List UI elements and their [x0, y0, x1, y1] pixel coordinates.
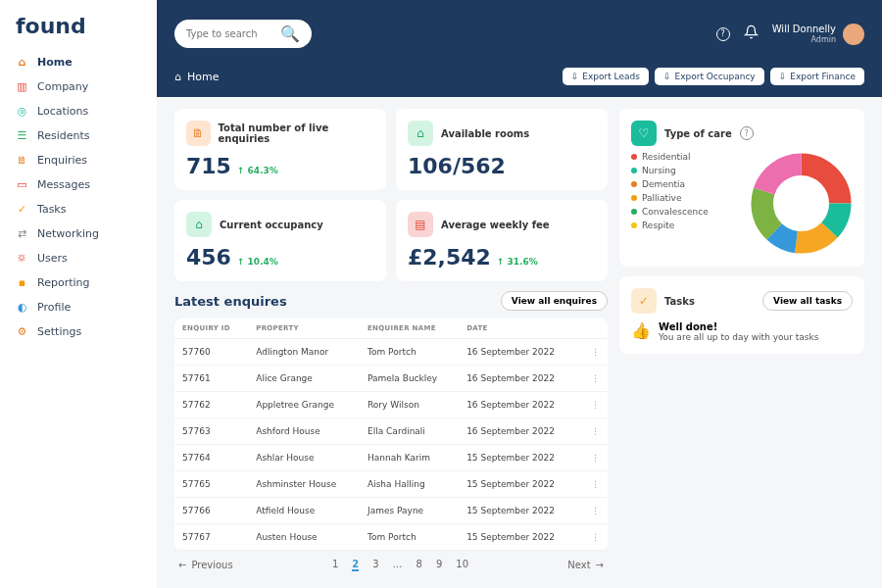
- table-row[interactable]: 57760Adlington ManorTom Portch16 Septemb…: [174, 339, 608, 366]
- thumbs-up-icon: 👍: [631, 321, 651, 340]
- table-cell: Pamela Buckley: [360, 366, 459, 392]
- row-menu-icon[interactable]: ⋮: [579, 498, 608, 524]
- metric-label: Total number of live enquiries: [219, 122, 374, 144]
- previous-button[interactable]: ← Previous: [178, 560, 233, 570]
- enquiries-table: ENQUIRY IDPROPERTYENQUIRER NAMEDATE 5776…: [174, 318, 608, 551]
- view-all-enquiries-button[interactable]: View all enquires: [501, 291, 608, 311]
- latest-enquiries-title: Latest enquires: [174, 294, 287, 309]
- table-cell: Alice Grange: [248, 366, 360, 392]
- page-number[interactable]: 10: [456, 559, 468, 571]
- table-cell: Austen House: [248, 524, 360, 551]
- table-row[interactable]: 57763Ashford HouseElla Cardinali16 Septe…: [174, 418, 608, 445]
- user-menu[interactable]: Will Donnelly Admin: [772, 24, 864, 45]
- heart-icon: ♡: [631, 121, 657, 146]
- table-row[interactable]: 57767Austen HouseTom Portch15 September …: [174, 524, 608, 551]
- search-box[interactable]: 🔍: [174, 20, 312, 48]
- page-number[interactable]: 1: [332, 559, 338, 571]
- info-icon[interactable]: ?: [740, 126, 754, 140]
- main: 🔍 ? Will Donnelly Admin ⌂ Home ⇩ Export …: [157, 0, 882, 588]
- sidebar-item-company[interactable]: ▥Company: [0, 74, 157, 99]
- view-all-tasks-button[interactable]: View all tasks: [762, 291, 853, 311]
- table-cell: 57764: [174, 445, 248, 471]
- export-button[interactable]: ⇩ Export Occupancy: [655, 68, 764, 85]
- page-number[interactable]: 9: [436, 559, 442, 571]
- sidebar-item-label: Settings: [37, 325, 81, 338]
- donut-segment: [762, 165, 841, 243]
- networking-icon: ⇄: [16, 227, 28, 240]
- legend-item: Nursing: [631, 166, 709, 175]
- tasks-icon: ✓: [16, 203, 28, 216]
- notifications-icon[interactable]: [744, 24, 759, 43]
- metric-delta: ↑ 64.3%: [237, 166, 278, 175]
- export-button[interactable]: ⇩ Export Finance: [770, 68, 864, 85]
- tasks-subtext: You are all up to day with your tasks: [659, 332, 818, 342]
- sidebar-item-residents[interactable]: ☰Residents: [0, 123, 157, 148]
- table-cell: 57760: [174, 339, 248, 366]
- row-menu-icon[interactable]: ⋮: [579, 418, 608, 445]
- sidebar-item-settings[interactable]: ⚙Settings: [0, 319, 157, 344]
- search-input[interactable]: [186, 28, 274, 39]
- search-icon: 🔍: [280, 24, 300, 43]
- sidebar-item-label: Locations: [37, 105, 88, 118]
- table-cell: 16 September 2022: [459, 339, 579, 366]
- legend-dot: [631, 168, 637, 173]
- locations-icon: ◎: [16, 105, 28, 118]
- row-menu-icon[interactable]: ⋮: [579, 445, 608, 471]
- row-menu-icon[interactable]: ⋮: [579, 392, 608, 418]
- page-number[interactable]: 8: [416, 559, 422, 571]
- tasks-title: Tasks: [664, 296, 695, 307]
- row-menu-icon[interactable]: ⋮: [579, 366, 608, 392]
- sidebar-item-messages[interactable]: ▭Messages: [0, 172, 157, 197]
- breadcrumb: ⌂ Home: [174, 71, 219, 83]
- next-button[interactable]: Next →: [567, 560, 604, 570]
- row-menu-icon[interactable]: ⋮: [579, 471, 608, 498]
- download-icon: ⇩: [663, 72, 671, 81]
- sidebar-item-users[interactable]: ⛭Users: [0, 246, 157, 270]
- legend-item: Residential: [631, 152, 709, 162]
- sidebar-item-locations[interactable]: ◎Locations: [0, 99, 157, 123]
- tasks-icon: ✓: [631, 288, 657, 314]
- table-row[interactable]: 57764Ashlar HouseHannah Karim15 Septembe…: [174, 445, 608, 471]
- download-icon: ⇩: [779, 72, 787, 81]
- legend-label: Residential: [642, 152, 691, 162]
- type-of-care-card: ♡ Type of care ? ResidentialNursingDemen…: [619, 109, 864, 267]
- sidebar-item-label: Company: [37, 80, 88, 93]
- logo: found: [0, 14, 157, 50]
- export-button[interactable]: ⇩ Export Leads: [563, 68, 649, 85]
- table-row[interactable]: 57765Ashminster HouseAisha Halling15 Sep…: [174, 471, 608, 498]
- table-cell: Ella Cardinali: [360, 418, 459, 445]
- page-number[interactable]: 3: [372, 559, 378, 571]
- table-row[interactable]: 57761Alice GrangePamela Buckley16 Septem…: [174, 366, 608, 392]
- metric-value: 715: [186, 154, 231, 178]
- residents-icon: ☰: [16, 129, 28, 142]
- row-menu-icon[interactable]: ⋮: [579, 339, 608, 366]
- sidebar-item-reporting[interactable]: ▪Reporting: [0, 270, 157, 295]
- breadcrumb-label: Home: [187, 71, 219, 83]
- tasks-headline: Well done!: [659, 321, 818, 332]
- metric-card: 🗎Total number of live enquiries715↑ 64.3…: [174, 109, 386, 190]
- care-donut-chart: [750, 152, 853, 255]
- metric-icon: ⌂: [408, 121, 433, 146]
- table-cell: Ashford House: [248, 418, 360, 445]
- sidebar-item-label: Enquiries: [37, 154, 87, 167]
- table-row[interactable]: 57766Atfield HouseJames Payne15 Septembe…: [174, 498, 608, 524]
- table-cell: 57765: [174, 471, 248, 498]
- metric-label: Current occupancy: [220, 220, 323, 230]
- table-cell: 16 September 2022: [459, 392, 579, 418]
- table-row[interactable]: 57762Appletree GrangeRory Wilson16 Septe…: [174, 392, 608, 418]
- sidebar-item-networking[interactable]: ⇄Networking: [0, 221, 157, 246]
- page-number[interactable]: 2: [352, 559, 359, 571]
- help-icon[interactable]: ?: [716, 27, 730, 41]
- home-icon: ⌂: [174, 71, 181, 83]
- sidebar-item-profile[interactable]: ◐Profile: [0, 295, 157, 319]
- table-cell: 57763: [174, 418, 248, 445]
- table-cell: 57762: [174, 392, 248, 418]
- row-menu-icon[interactable]: ⋮: [579, 524, 608, 551]
- sidebar-item-enquiries[interactable]: 🗎Enquiries: [0, 148, 157, 172]
- table-cell: Ashlar House: [248, 445, 360, 471]
- sidebar-item-label: Tasks: [37, 203, 66, 216]
- users-icon: ⛭: [16, 252, 28, 265]
- table-header: PROPERTY: [248, 318, 360, 339]
- sidebar-item-tasks[interactable]: ✓Tasks: [0, 197, 157, 221]
- sidebar-item-home[interactable]: ⌂Home: [0, 50, 157, 74]
